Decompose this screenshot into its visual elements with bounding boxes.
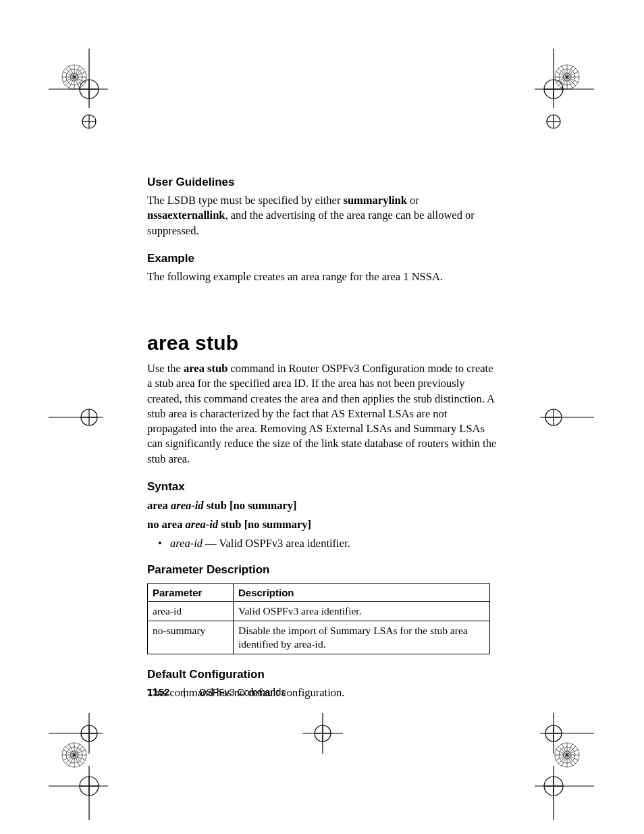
rosette-icon [61,63,88,90]
text: The LSDB type must be specified by eithe… [147,194,344,207]
svg-point-36 [545,725,562,741]
term-nssaexternallink: nssaexternallink [147,209,225,221]
cell-parameter: area-id [148,601,234,621]
parameter-table: Parameter Description area-id Valid OSPF… [147,583,490,654]
text: or [407,194,419,207]
svg-point-41 [80,777,99,796]
registration-mark-icon [513,377,594,458]
text: command in Router OSPFv3 Configuration m… [147,362,496,465]
heading-user-guidelines: User Guidelines [147,176,498,189]
cell-description: Disable the import of Summary LSAs for t… [234,621,490,654]
heading-area-stub: area stub [147,332,498,355]
syntax-bullet: area-id — Valid OSPFv3 area identifier. [147,536,498,551]
rosette-icon [554,741,581,768]
footer-section: OSPFv3 Commands [199,687,286,698]
registration-mark-icon [49,766,130,834]
term-summarylink: summarylink [344,194,407,207]
arg-area-id: area-id [186,518,219,531]
page-footer: 1152 | OSPFv3 Commands [147,686,286,698]
kw: no area [147,518,186,531]
cell-description: Valid OSPFv3 area identifier. [234,601,490,621]
text: — Valid OSPFv3 area identifier. [203,537,350,550]
registration-mark-icon [282,706,363,787]
table-header-row: Parameter Description [148,583,490,601]
heading-parameter-description: Parameter Description [147,563,498,577]
svg-point-31 [315,725,331,741]
arg-area-id: area-id [171,499,204,512]
heading-syntax: Syntax [147,480,498,494]
heading-example: Example [147,252,498,265]
rosette-icon [61,741,88,768]
col-parameter: Parameter [148,583,234,601]
page-number: 1152 [147,686,169,698]
area-stub-body: Use the area stub command in Router OSPF… [147,361,498,467]
svg-point-17 [81,409,97,425]
svg-point-5 [82,115,96,128]
heading-default-configuration: Default Configuration [147,668,498,681]
cmd-area-stub: area stub [184,362,227,375]
svg-point-26 [81,725,97,741]
kw: stub [no summary] [204,499,297,512]
registration-mark-icon [513,766,594,834]
example-body: The following example creates an area ra… [147,269,498,284]
text: Use the [147,362,184,375]
page-content: User Guidelines The LSDB type must be sp… [147,176,498,714]
col-description: Description [234,583,490,601]
svg-point-13 [547,115,560,128]
table-row: no-summary Disable the import of Summary… [148,621,490,654]
user-guidelines-body: The LSDB type must be specified by eithe… [147,193,498,238]
kw: stub [no summary] [218,518,311,531]
table-row: area-id Valid OSPFv3 area identifier. [148,601,490,621]
footer-separator: | [172,687,196,698]
kw: area [147,499,171,512]
rosette-icon [554,63,581,90]
cell-parameter: no-summary [148,621,234,654]
arg-area-id: area-id [170,537,203,550]
svg-point-46 [544,777,563,796]
syntax-line-2: no area area-id stub [no summary] [147,517,498,533]
syntax-line-1: area area-id stub [no summary] [147,498,498,514]
svg-point-21 [545,409,562,425]
registration-mark-icon [49,377,130,458]
